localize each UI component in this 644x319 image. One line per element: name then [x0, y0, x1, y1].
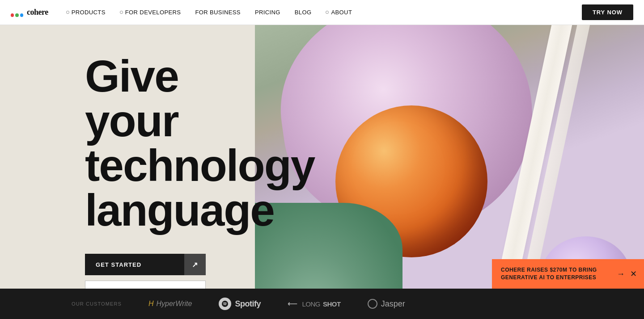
- logo[interactable]: cohere: [11, 8, 48, 17]
- customers-bar: OUR CUSTOMERS HHyperWrite Spotify ⟵ LONG…: [0, 289, 644, 319]
- spotify-icon: [219, 298, 231, 310]
- nav-item-business[interactable]: FOR BUSINESS: [195, 9, 240, 16]
- nav-dot-products: [66, 11, 69, 14]
- spotify-logo: Spotify: [219, 298, 261, 310]
- toast-actions: → ✕: [617, 269, 637, 279]
- nav-item-developers[interactable]: FOR DEVELOPERS: [120, 9, 181, 16]
- navbar: cohere PRODUCTS FOR DEVELOPERS FOR BUSIN…: [0, 0, 644, 25]
- nav-item-blog[interactable]: BLOG: [295, 9, 312, 16]
- nav-link-pricing[interactable]: PRICING: [255, 9, 280, 16]
- logo-dot-red: [11, 13, 14, 17]
- nav-item-products[interactable]: PRODUCTS: [66, 9, 106, 16]
- hero-title: Give your technology language: [85, 54, 250, 232]
- nav-link-products[interactable]: PRODUCTS: [66, 9, 106, 16]
- longshot-icon: ⟵: [288, 300, 297, 308]
- nav-link-blog[interactable]: BLOG: [295, 9, 312, 16]
- spotify-svg: [221, 300, 229, 307]
- logo-dot-green: [15, 13, 18, 17]
- nav-dot-developers: [120, 11, 123, 14]
- nav-dot-about: [326, 11, 329, 14]
- logo-icon: [11, 8, 23, 17]
- get-started-arrow-icon: ↗: [184, 254, 206, 275]
- nav-item-about[interactable]: ABOUT: [326, 9, 352, 16]
- customers-label: OUR CUSTOMERS: [72, 301, 122, 306]
- nav-links: PRODUCTS FOR DEVELOPERS FOR BUSINESS PRI…: [66, 9, 582, 16]
- nav-item-pricing[interactable]: PRICING: [255, 9, 280, 16]
- customer-logos: HHyperWrite Spotify ⟵ LONGSHOT Jasper: [148, 298, 572, 310]
- longshot-logo: ⟵ LONGSHOT: [288, 300, 341, 308]
- jasper-icon: [368, 299, 377, 309]
- try-now-button[interactable]: TRY NOW: [582, 4, 633, 20]
- nav-link-developers[interactable]: FOR DEVELOPERS: [120, 9, 181, 16]
- jasper-logo: Jasper: [368, 299, 405, 309]
- toast-arrow-icon[interactable]: →: [617, 269, 625, 279]
- get-started-label: GET STARTED: [85, 254, 184, 275]
- nav-link-business[interactable]: FOR BUSINESS: [195, 9, 240, 16]
- logo-text: cohere: [27, 8, 48, 17]
- toast-text: COHERE RAISES $270M TO BRING GENERATIVE …: [501, 266, 617, 281]
- hyperwrite-logo: HHyperWrite: [148, 300, 192, 308]
- hero-content: Give your technology language GET STARTE…: [0, 25, 250, 301]
- nav-link-about[interactable]: ABOUT: [326, 9, 352, 16]
- toast-close-icon[interactable]: ✕: [630, 269, 637, 279]
- get-started-button[interactable]: GET STARTED ↗: [85, 254, 206, 275]
- toast-notification: COHERE RAISES $270M TO BRING GENERATIVE …: [492, 259, 644, 289]
- logo-dot-blue: [20, 13, 23, 17]
